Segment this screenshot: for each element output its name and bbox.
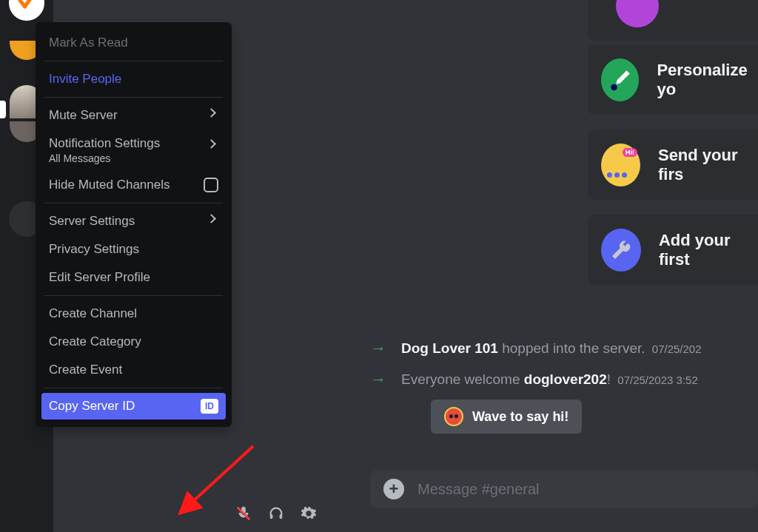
join-text: hopped into the server.	[498, 340, 645, 356]
menu-create-category[interactable]: Create Category	[41, 329, 226, 355]
message-icon: Hi!	[601, 144, 640, 186]
gear-icon[interactable]	[301, 505, 317, 522]
onboard-first-app[interactable]: Add your first	[588, 215, 758, 285]
menu-label: Edit Server Profile	[49, 270, 150, 285]
message-composer: + Message #general	[355, 470, 758, 508]
menu-label: Mute Server	[49, 108, 118, 123]
menu-label: Copy Server ID	[49, 399, 135, 414]
menu-label: Mark As Read	[49, 36, 128, 50]
menu-edit-server-profile[interactable]: Edit Server Profile	[41, 264, 226, 291]
user-controls	[235, 505, 317, 522]
card-label: Personalize yo	[657, 61, 758, 99]
join-message-row[interactable]: → Dog Lover 101 hopped into the server. …	[355, 333, 758, 364]
menu-label: Create Category	[49, 334, 141, 349]
join-arrow-icon: →	[370, 370, 386, 389]
paint-icon	[616, 0, 659, 27]
menu-server-settings[interactable]: Server Settings	[41, 208, 226, 235]
chat-area: → Dog Lover 101 hopped into the server. …	[355, 333, 758, 434]
menu-label: Privacy Settings	[49, 242, 139, 257]
welcome-suffix: !	[607, 371, 611, 387]
attach-plus-icon[interactable]: +	[383, 479, 404, 499]
menu-separator	[44, 388, 223, 388]
svg-rect-4	[280, 514, 283, 519]
mic-muted-icon[interactable]	[235, 505, 252, 522]
join-arrow-icon: →	[370, 339, 386, 358]
wave-button[interactable]: Wave to say hi!	[431, 400, 582, 434]
menu-label: Create Channel	[49, 306, 137, 321]
username[interactable]: Dog Lover 101	[401, 340, 498, 356]
svg-line-0	[182, 446, 253, 511]
menu-copy-server-id[interactable]: Copy Server ID ID	[41, 393, 226, 420]
onboard-card-top[interactable]	[588, 0, 758, 41]
timestamp: 07/25/2023 3:52	[617, 374, 697, 386]
svg-rect-3	[270, 514, 273, 519]
chevron-right-icon	[207, 215, 218, 227]
menu-label-group: Notification Settings All Messages	[49, 136, 160, 164]
welcome-prefix: Everyone welcome	[401, 371, 524, 387]
menu-separator	[44, 295, 223, 296]
menu-privacy-settings[interactable]: Privacy Settings	[41, 236, 226, 263]
menu-label: Hide Muted Channels	[49, 178, 170, 192]
join-message: Dog Lover 101 hopped into the server. 07…	[401, 340, 702, 357]
server-context-menu: Mark As Read Invite People Mute Server N…	[36, 22, 232, 427]
menu-label: Invite People	[49, 72, 121, 87]
onboard-first-message[interactable]: Hi! Send your firs	[588, 129, 758, 200]
menu-hide-muted-channels[interactable]: Hide Muted Channels	[41, 172, 226, 198]
server-icon-1[interactable]	[9, 0, 44, 21]
menu-notification-settings[interactable]: Notification Settings All Messages	[41, 130, 226, 170]
brush-icon	[601, 58, 639, 101]
compose-box[interactable]: + Message #general	[370, 470, 758, 508]
menu-label: Server Settings	[49, 214, 135, 229]
menu-create-event[interactable]: Create Event	[41, 357, 226, 383]
chevron-right-icon	[207, 110, 218, 121]
menu-separator	[44, 97, 223, 98]
menu-mute-server[interactable]: Mute Server	[41, 102, 226, 129]
timestamp: 07/25/202	[652, 343, 702, 355]
menu-label: Notification Settings	[49, 136, 160, 150]
headphones-icon[interactable]	[268, 505, 284, 522]
menu-separator	[44, 203, 223, 203]
menu-label: Create Event	[49, 363, 122, 377]
compose-placeholder: Message #general	[417, 481, 540, 498]
check-icon	[16, 0, 38, 14]
server-pill	[0, 101, 6, 118]
menu-invite-people[interactable]: Invite People	[41, 66, 226, 92]
wrench-icon	[601, 229, 641, 272]
wave-label: Wave to say hi!	[472, 409, 568, 425]
menu-create-channel[interactable]: Create Channel	[41, 300, 226, 327]
menu-separator	[44, 61, 223, 61]
welcome-message-row[interactable]: → Everyone welcome doglover202! 07/25/20…	[355, 364, 758, 395]
onboard-personalize[interactable]: Personalize yo	[588, 44, 758, 115]
menu-mark-as-read[interactable]: Mark As Read	[41, 30, 226, 56]
svg-point-1	[611, 84, 617, 90]
robot-emoji-icon	[444, 407, 463, 426]
id-icon: ID	[201, 399, 218, 414]
checkbox-icon[interactable]	[204, 178, 218, 192]
welcome-message: Everyone welcome doglover202! 07/25/2023…	[401, 371, 698, 388]
username[interactable]: doglover202	[524, 371, 607, 387]
menu-sublabel: All Messages	[49, 152, 160, 164]
card-label: Add your first	[659, 231, 758, 269]
card-label: Send your firs	[658, 146, 758, 184]
chevron-right-icon	[207, 141, 218, 152]
